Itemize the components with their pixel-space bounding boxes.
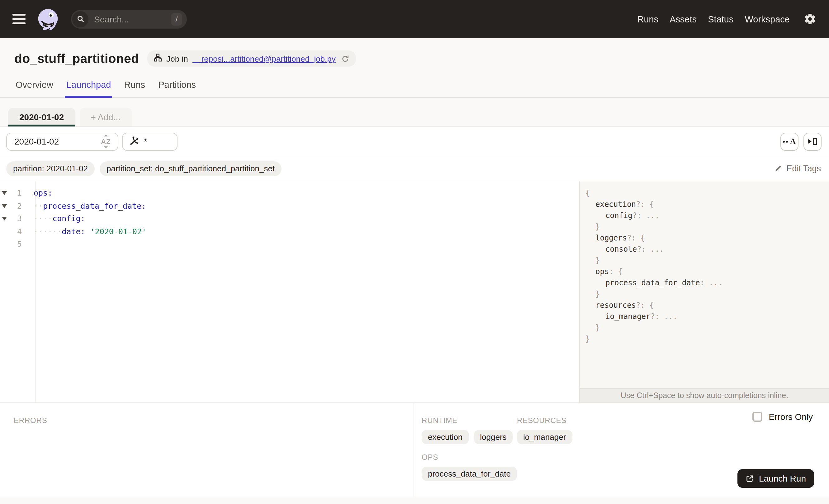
schema-line: console?: ... bbox=[585, 244, 829, 255]
whitespace-toggle-button[interactable] bbox=[803, 132, 822, 150]
sort-az-icon: AZ bbox=[100, 136, 112, 147]
errors-label: ERRORS bbox=[14, 416, 413, 425]
editor-line[interactable]: 5 bbox=[0, 238, 579, 251]
editor-line[interactable]: 3····config: bbox=[0, 212, 579, 225]
line-number: 4 bbox=[9, 225, 29, 238]
workflow-icon bbox=[154, 53, 162, 64]
runtime-label: RUNTIME bbox=[422, 416, 517, 425]
config-section-chip[interactable]: execution bbox=[422, 430, 469, 444]
nav-workspace[interactable]: Workspace bbox=[745, 14, 790, 24]
search-placeholder: Search... bbox=[94, 14, 129, 24]
pencil-icon bbox=[774, 165, 782, 173]
search-shortcut-badge: / bbox=[171, 13, 182, 25]
search-input[interactable]: Search... / bbox=[71, 10, 187, 28]
menu-icon[interactable] bbox=[11, 11, 27, 27]
dagster-logo-icon[interactable] bbox=[36, 7, 60, 31]
dots-a-icon: A bbox=[783, 137, 796, 146]
launchpad-toolbar: 2020-01-02 AZ * A bbox=[0, 127, 829, 156]
resources-chips: io_manager bbox=[517, 430, 572, 444]
job-origin-badge: Job in __reposi...artitioned@partitioned… bbox=[147, 50, 356, 67]
play-rect-icon bbox=[808, 138, 817, 145]
schema-line: execution?: { bbox=[585, 199, 829, 210]
runtime-chips: executionloggers bbox=[422, 430, 517, 444]
yaml-editor[interactable]: 1ops:2··process_data_for_date:3····confi… bbox=[0, 181, 579, 402]
schema-line: } bbox=[585, 255, 829, 266]
line-number: 3 bbox=[9, 212, 29, 225]
config-tab-strip: 2020-01-02 + Add... bbox=[0, 98, 829, 127]
nav-status[interactable]: Status bbox=[708, 14, 733, 24]
editor-line[interactable]: 4······date:'2020-01-02' bbox=[0, 225, 579, 238]
schema-line: resources?: { bbox=[585, 300, 829, 311]
errors-only-checkbox[interactable] bbox=[752, 412, 762, 422]
partition-select-value: 2020-01-02 bbox=[14, 137, 59, 146]
autocomplete-hint: Use Ctrl+Space to show auto-completions … bbox=[580, 388, 829, 402]
editor-lines: 1ops:2··process_data_for_date:3····confi… bbox=[0, 187, 579, 251]
editor-line[interactable]: 2··process_data_for_date: bbox=[0, 200, 579, 212]
resources-label: RESOURCES bbox=[517, 416, 572, 425]
schema-line: } bbox=[585, 322, 829, 333]
fold-arrow-icon[interactable] bbox=[2, 204, 7, 208]
line-number: 2 bbox=[9, 200, 29, 212]
config-section-chip[interactable]: io_manager bbox=[517, 430, 572, 444]
autocomplete-button[interactable]: A bbox=[781, 132, 798, 150]
launch-run-button[interactable]: Launch Run bbox=[738, 469, 814, 488]
schema-line: loggers?: { bbox=[585, 232, 829, 244]
partition-select-input[interactable]: 2020-01-02 AZ bbox=[6, 132, 118, 150]
reload-icon[interactable] bbox=[341, 55, 350, 63]
schema-line: } bbox=[585, 221, 829, 232]
editor-line[interactable]: 1ops: bbox=[0, 187, 579, 200]
config-editor-region: 1ops:2··process_data_for_date:3····confi… bbox=[0, 181, 829, 402]
config-section-chip[interactable]: process_data_for_date bbox=[422, 467, 517, 481]
config-schema-panel: {execution?: {config?: ...}loggers?: {co… bbox=[579, 181, 829, 402]
schema-line: } bbox=[585, 288, 829, 300]
line-number: 1 bbox=[9, 187, 29, 200]
nav-runs[interactable]: Runs bbox=[638, 14, 659, 24]
tags-row: partition: 2020-01-02partition_set: do_s… bbox=[0, 156, 829, 181]
nav-assets[interactable]: Assets bbox=[670, 14, 697, 24]
schema-line: ops: { bbox=[585, 266, 829, 277]
launch-icon bbox=[746, 474, 754, 482]
tab-launchpad[interactable]: Launchpad bbox=[65, 76, 112, 97]
config-tab-active[interactable]: 2020-01-02 bbox=[8, 108, 75, 127]
fold-arrow-icon[interactable] bbox=[2, 191, 7, 195]
schema-line: config?: ... bbox=[585, 210, 829, 221]
add-config-tab-button[interactable]: + Add... bbox=[79, 108, 132, 127]
errors-only-label: Errors Only bbox=[768, 412, 813, 422]
bottom-panel: ERRORS RUNTIME executionloggers RESOURCE… bbox=[0, 402, 829, 497]
ops-label: OPS bbox=[422, 453, 829, 462]
schema-line: { bbox=[585, 187, 829, 199]
gear-icon[interactable] bbox=[804, 13, 816, 25]
op-selector-value: * bbox=[144, 137, 147, 146]
tab-overview[interactable]: Overview bbox=[14, 76, 55, 97]
page-title: do_stuff_partitioned bbox=[14, 51, 139, 66]
schema-line: io_manager?: ... bbox=[585, 311, 829, 322]
search-icon bbox=[72, 11, 88, 27]
tag-pill: partition_set: do_stuff_partitioned_part… bbox=[100, 161, 282, 176]
op-selector-input[interactable]: * bbox=[122, 132, 178, 150]
tab-runs[interactable]: Runs bbox=[123, 76, 146, 97]
schema-lines: {execution?: {config?: ...}loggers?: {co… bbox=[580, 181, 829, 345]
op-graph-icon bbox=[129, 136, 139, 147]
header-band: do_stuff_partitioned Job in __reposi...a… bbox=[0, 38, 829, 98]
job-file-link[interactable]: __reposi...artitioned@partitioned_job.py bbox=[192, 54, 336, 63]
line-number: 5 bbox=[9, 238, 29, 251]
app-root: Search... / RunsAssetsStatusWorkspace do… bbox=[0, 0, 829, 504]
schema-line: process_data_for_date: ... bbox=[585, 277, 829, 288]
fold-arrow-icon[interactable] bbox=[2, 217, 7, 220]
schema-line: } bbox=[585, 333, 829, 345]
tag-pill: partition: 2020-01-02 bbox=[6, 161, 95, 176]
errors-only-toggle: Errors Only bbox=[752, 412, 813, 422]
job-badge-prefix: Job in bbox=[166, 54, 188, 63]
page-tabs: OverviewLaunchpadRunsPartitions bbox=[0, 76, 829, 98]
edit-tags-button[interactable]: Edit Tags bbox=[774, 164, 821, 173]
tab-partitions[interactable]: Partitions bbox=[157, 76, 197, 97]
config-section-chip[interactable]: loggers bbox=[474, 430, 513, 444]
top-bar: Search... / RunsAssetsStatusWorkspace bbox=[0, 0, 829, 38]
errors-pane: ERRORS bbox=[0, 403, 414, 497]
top-nav: RunsAssetsStatusWorkspace bbox=[638, 14, 790, 24]
